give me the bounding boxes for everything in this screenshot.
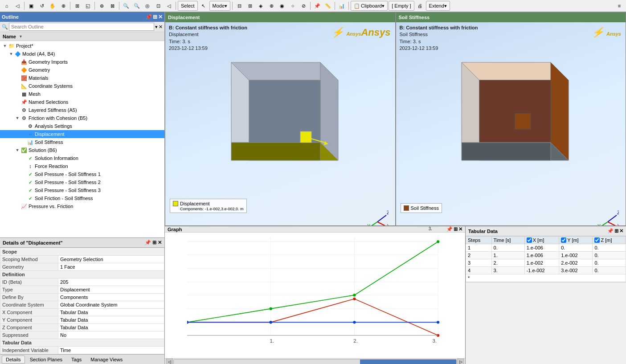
tabular-close-icon[interactable]: ✕ (619, 228, 623, 234)
table-row[interactable]: 43.-1.e-0023.e-0020. (466, 267, 626, 274)
mode-button[interactable]: Mode▾ (209, 1, 231, 11)
clipboard-button[interactable]: 📋 Clipboard▾ (351, 1, 388, 11)
edge-icon[interactable]: ⊞ (245, 1, 255, 11)
col-y-checkbox[interactable] (561, 237, 566, 243)
detail-value[interactable]: Components (58, 294, 164, 301)
extend-button[interactable]: Extend▾ (426, 1, 450, 11)
tree-item-soil_pressure3[interactable]: ✓Soil Pressure - Soil Stiffness 3 (0, 186, 164, 194)
pan-icon[interactable]: ✋ (48, 1, 57, 11)
zoom-box-icon[interactable]: ⊡ (153, 1, 163, 11)
outline-pin-icon[interactable]: 📌 (145, 14, 152, 20)
details-pin-icon[interactable]: 📌 (145, 240, 151, 245)
tree-item-soil_pressure2[interactable]: ✓Soil Pressure - Soil Stiffness 2 (0, 178, 164, 186)
details-close-icon[interactable]: ✕ (158, 240, 162, 245)
detail-value[interactable]: Tabular Data (58, 324, 164, 331)
hide-icon[interactable]: ○ (288, 1, 298, 11)
detail-value[interactable]: Displacement (58, 286, 164, 294)
tree-item-soil_friction[interactable]: ✓Soil Friction - Soil Stiffness (0, 194, 164, 202)
detail-value[interactable]: Global Coordinate System (58, 301, 164, 309)
detail-value[interactable]: Geometry Selection (58, 256, 164, 263)
result-icon[interactable]: 📊 (337, 1, 347, 11)
expander-solution[interactable]: ▼ (14, 148, 20, 152)
tree-item-soil_pressure1[interactable]: ✓Soil Pressure - Soil Stiffness 1 (0, 170, 164, 178)
outline-tree[interactable]: ▼📁Project*▼🔷Model (A4, B4)📥Geometry Impo… (0, 41, 164, 237)
tree-item-named_sel[interactable]: 📌Named Selections (0, 98, 164, 106)
box-icon[interactable]: ▣ (26, 1, 36, 11)
tree-item-pressure_friction[interactable]: 📈Pressure vs. Friction (0, 202, 164, 210)
tree-item-friction[interactable]: ▼⚙Friction with Cohesion (B5) (0, 114, 164, 122)
ruler-icon[interactable]: 📏 (323, 1, 333, 11)
name-sort-icon[interactable]: ▾ (20, 34, 22, 39)
wire-icon[interactable]: ⊕ (266, 1, 276, 11)
explode-icon[interactable]: ⊛ (97, 1, 106, 11)
select-button[interactable]: Select (178, 1, 198, 11)
tree-item-analysis_settings[interactable]: ⚙Analysis Settings (0, 122, 164, 130)
annotation-icon[interactable]: 📌 (312, 1, 322, 11)
tree-item-geom_imports[interactable]: 📥Geometry Imports (0, 58, 164, 66)
tree-item-model[interactable]: ▼🔷Model (A4, B4) (0, 50, 164, 58)
empty-button[interactable]: [ Empty ] (389, 1, 414, 11)
zoom-icon[interactable]: ⊕ (58, 1, 68, 11)
viewport-displacement-canvas[interactable]: B: Constant stiffness with friction Disp… (165, 22, 395, 226)
scrollbar-track[interactable] (173, 359, 457, 364)
search-clear-icon[interactable]: ✕ (159, 24, 163, 30)
graph-close-icon[interactable]: ✕ (458, 226, 462, 232)
expander-model[interactable]: ▼ (8, 52, 14, 56)
mesh-icon[interactable]: ⊟ (234, 1, 244, 11)
bottom-tab-details[interactable]: Details (2, 356, 25, 364)
table-row[interactable]: 32.1.e-0022.e-0020. (466, 259, 626, 267)
outline-float-icon[interactable]: ⊞ (153, 14, 157, 20)
detail-value[interactable]: Tabular Data (58, 309, 164, 316)
tree-item-materials[interactable]: 🧱Materials (0, 74, 164, 82)
scroll-left-btn[interactable]: ◁ (166, 359, 173, 364)
tree-item-project[interactable]: ▼📁Project* (0, 42, 164, 50)
prev-icon[interactable]: ◁ (164, 1, 174, 11)
table-row[interactable]: 21.1.e-0061.e-0020. (466, 252, 626, 259)
expander-project[interactable]: ▼ (2, 44, 8, 48)
fit-icon[interactable]: ⊞ (72, 1, 82, 11)
graph-pin-icon[interactable]: 📌 (446, 226, 453, 232)
scroll-right-btn[interactable]: ▷ (457, 359, 464, 364)
outline-close-icon[interactable]: ✕ (158, 14, 163, 20)
tree-item-geometry[interactable]: 🔶Geometry (0, 66, 164, 74)
face-icon[interactable]: ◱ (83, 1, 93, 11)
search-input[interactable] (9, 23, 154, 31)
tree-item-coord_sys[interactable]: 📐Coordinate Systems (0, 82, 164, 90)
expander-friction[interactable]: ▼ (14, 116, 20, 120)
tabular-float-icon[interactable]: ⊞ (614, 228, 618, 234)
tree-item-soil_stiffness[interactable]: 📊Soil Stiffness (0, 138, 164, 146)
tree-item-mesh[interactable]: ▦Mesh (0, 90, 164, 98)
viewport-displacement[interactable]: Displacement B: Constant stiffness with … (165, 12, 396, 226)
tree-item-force_reaction[interactable]: ↕Force Reaction (0, 162, 164, 170)
tabular-pin-icon[interactable]: 📌 (607, 228, 614, 234)
options-icon[interactable]: ≡ (614, 1, 624, 11)
section-icon[interactable]: ⊠ (107, 1, 117, 11)
detail-value[interactable]: No (58, 331, 164, 339)
table-row[interactable]: 10.1.e-0060.0. (466, 244, 626, 252)
zoom-fit-icon[interactable]: ◎ (143, 1, 152, 11)
rotate-icon[interactable]: ↺ (37, 1, 47, 11)
home-icon[interactable]: ⌂ (2, 1, 12, 11)
detail-value[interactable]: Tabular Data (58, 316, 164, 324)
detail-value[interactable]: 205 (58, 278, 164, 286)
detail-value[interactable]: Time (58, 347, 164, 354)
viewport-soil-stiffness[interactable]: Soil Stiffness B: Constant stiffness wit… (396, 12, 626, 226)
tree-item-solution[interactable]: ▼✅Solution (B6) (0, 146, 164, 154)
zoom-out-icon[interactable]: 🔍 (132, 1, 142, 11)
bottom-tab-tags[interactable]: Tags (67, 356, 86, 364)
col-x-checkbox[interactable] (527, 237, 532, 243)
export-icon[interactable]: 🖨 (415, 1, 425, 11)
select-mode-icon[interactable]: ↖ (199, 1, 209, 11)
show-icon[interactable]: ◉ (277, 1, 287, 11)
col-z-checkbox[interactable] (594, 237, 600, 243)
tree-item-layered[interactable]: ⚙Layered Stiffness (A5) (0, 106, 164, 114)
tree-item-sol_info[interactable]: ✓Solution Information (0, 154, 164, 162)
tree-item-displacement[interactable]: ↔Displacement (0, 130, 164, 138)
zoom-in-icon[interactable]: 🔍 (121, 1, 131, 11)
details-float-icon[interactable]: ⊞ (152, 240, 156, 245)
bottom-tab-section-planes[interactable]: Section Planes (26, 356, 66, 364)
search-down-icon[interactable]: ▾ (155, 24, 158, 30)
bottom-tab-manage-views[interactable]: Manage Views (86, 356, 127, 364)
vert-icon[interactable]: ◈ (256, 1, 266, 11)
viewport-soil-stiffness-canvas[interactable]: B: Constant stiffness with friction Soil… (396, 22, 626, 226)
